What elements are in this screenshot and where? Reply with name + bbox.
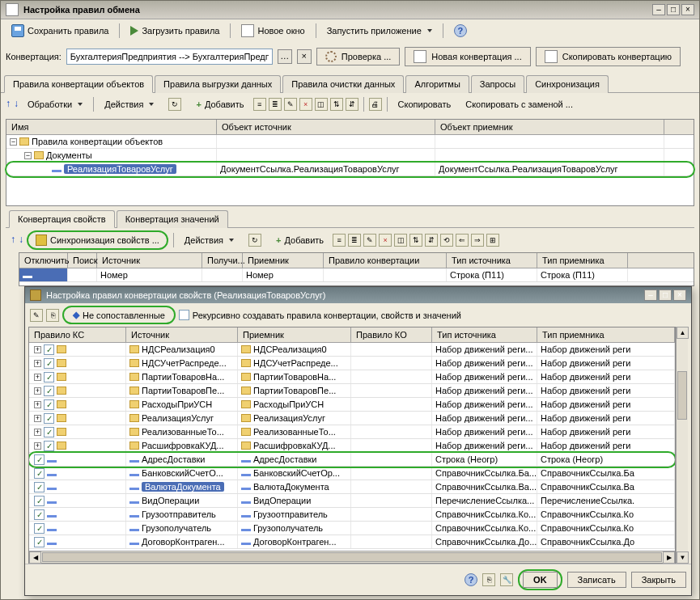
p-icon-1[interactable]: ≡ [333,234,346,247]
refresh-button-2[interactable]: ↻ [243,231,267,249]
p-icon-6[interactable]: ⇅ [409,234,422,247]
run-app-button[interactable]: Запустить приложение [321,23,438,38]
footer-icon-2[interactable]: 🔧 [500,573,513,586]
check-button[interactable]: Проверка ... [316,48,401,65]
expand-icon[interactable]: + [34,387,41,395]
row-checkbox[interactable]: ✓ [44,399,54,410]
copy-conversion-button[interactable]: Скопировать конвертацию [536,47,681,66]
modal-row[interactable]: +✓РасходыПриУСНРасходыПриУСННабор движен… [29,398,675,412]
expand-icon[interactable]: + [34,374,41,381]
tb-icon-1[interactable]: ≡ [253,98,266,111]
scroll-left[interactable]: ◀ [29,551,41,564]
p-icon-10[interactable]: ⇒ [471,234,484,247]
row-checkbox[interactable]: ✓ [34,482,45,492]
print-icon[interactable]: 🖨 [369,98,382,111]
tree-item-realizatsiya[interactable]: РеализацияТоваровУслуг ДокументСсылка.Ре… [6,163,694,176]
p-icon-8[interactable]: ⟲ [440,234,453,247]
add-button-2[interactable]: +Добавить [270,233,329,247]
p-icon-11[interactable]: ⊞ [486,234,499,247]
tab-val-conv[interactable]: Конвертация значений [117,210,228,228]
delete-icon[interactable]: × [299,98,312,111]
modal-row[interactable]: ✓ВидОперацииВидОперацииПеречислениеСсылк… [29,494,675,508]
modal-row[interactable]: ✓ГрузополучательГрузополучательСправочни… [29,522,675,535]
minimize-button[interactable]: – [652,4,665,15]
recursive-checkbox[interactable] [179,310,189,320]
modal-row[interactable]: +✓РеализацияУслугРеализацияУслугНабор дв… [29,412,675,425]
p-icon-3[interactable]: ✎ [363,234,376,247]
row-checkbox[interactable]: ✓ [34,468,45,479]
row-checkbox[interactable]: ✓ [34,496,45,506]
p-icon-7[interactable]: ⇵ [425,234,438,247]
help-icon[interactable]: ? [465,573,477,586]
scroll-right[interactable]: ▶ [663,551,675,564]
actions-button-2[interactable]: Действия [179,233,240,247]
updown-arrows-icon[interactable] [6,98,19,111]
modal-row[interactable]: +✓ПартииТоваровНа...ПартииТоваровНа...На… [29,370,675,384]
expand-icon[interactable]: + [34,415,41,422]
row-checkbox[interactable]: ✓ [44,413,54,424]
close-button[interactable]: Закрыть [631,572,686,588]
p-icon-2[interactable]: ≣ [348,234,361,247]
add-button[interactable]: +Добавить [190,97,249,112]
tb-icon-2[interactable]: ≣ [269,98,282,111]
tb-icon-7[interactable]: ⇵ [346,98,358,111]
check-all-icon[interactable]: ✎ [30,309,43,322]
maximize-button[interactable]: □ [667,4,680,15]
footer-icon-1[interactable]: ⎘ [482,573,495,586]
tab-sync[interactable]: Синхронизация [526,75,609,93]
modal-row[interactable]: +✓РасшифровкаКУД...РасшифровкаКУД...Набо… [29,439,675,453]
unmatched-button[interactable]: ◆ Не сопоставленные [67,308,171,322]
row-checkbox[interactable]: ✓ [34,454,45,465]
v-scrollbar[interactable]: ▲ ▼ [676,327,688,564]
proc-button[interactable]: Обработки [22,97,88,112]
scroll-down[interactable]: ▼ [677,551,689,564]
updown-arrows-icon[interactable] [11,234,23,247]
load-rules-button[interactable]: Загрузить правила [125,23,225,38]
collapse-icon[interactable]: − [24,152,32,159]
new-conversion-button[interactable]: Новая конвертация ... [405,47,530,66]
modal-row[interactable]: ✓БанковскийСчетО...БанковскийСчетОр...Сп… [29,467,675,480]
modal-row[interactable]: ✓ГрузоотправительГрузоотправительСправоч… [29,508,675,522]
conversion-clear-button[interactable]: × [297,49,312,64]
modal-row[interactable]: +✓НДСРеализация0НДСРеализация0Набор движ… [29,343,675,357]
expand-icon[interactable]: + [34,442,41,450]
sync-props-button[interactable]: Синхронизация свойств ... [32,233,163,247]
row-checkbox[interactable]: ✓ [34,537,45,547]
delete-icon[interactable]: × [379,234,392,247]
p-icon-5[interactable]: ◫ [394,234,407,247]
tree-root[interactable]: −Правила конвертации объектов [6,135,694,149]
tab-algorithms[interactable]: Алгоритмы [405,75,469,93]
modal-row[interactable]: +✓ПартииТоваровПе...ПартииТоваровПе...На… [29,384,675,398]
actions-button[interactable]: Действия [99,97,159,112]
conversion-input[interactable] [66,49,273,65]
modal-maximize[interactable]: □ [659,289,672,301]
row-checkbox[interactable]: ✓ [34,509,45,520]
expand-icon[interactable]: + [34,346,41,353]
modal-row[interactable]: +✓РеализованныеТо...РеализованныеТо...На… [29,425,675,439]
tree-docs[interactable]: −Документы [6,149,694,163]
close-button[interactable]: × [681,4,694,15]
expand-icon[interactable]: + [34,429,41,436]
collapse-icon[interactable]: − [10,138,17,146]
tb-icon-6[interactable]: ⇅ [330,98,343,111]
modal-row[interactable]: ✓ВалютаДокументаВалютаДокументаСправочни… [29,480,675,494]
modal-minimize[interactable]: – [644,289,657,301]
conversion-select-button[interactable]: … [278,49,292,64]
row-checkbox[interactable]: ✓ [44,386,54,396]
modal-row[interactable]: +✓НДСУчетРаспреде...НДСУчетРаспреде...На… [29,357,675,370]
row-checkbox[interactable]: ✓ [44,441,54,451]
row-checkbox[interactable]: ✓ [34,523,45,534]
modal-close[interactable]: × [673,289,686,301]
help-button[interactable]: ? [448,22,473,40]
tab-queries[interactable]: Запросы [471,75,524,93]
expand-icon[interactable]: + [34,360,41,367]
tab-rules-conversion[interactable]: Правила конвертации объектов [4,75,153,93]
write-button[interactable]: Записать [567,572,626,588]
ok-button[interactable]: OK [523,572,558,588]
tb-icon-5[interactable]: ◫ [315,98,328,111]
expand-icon[interactable]: + [34,401,41,408]
modal-row[interactable]: ✓ДоговорКонтраген...ДоговорКонтраген...С… [29,535,675,549]
refresh-button[interactable]: ↻ [163,95,187,113]
copy-replace-button[interactable]: Скопировать с заменой ... [460,97,579,112]
row-checkbox[interactable]: ✓ [44,372,54,382]
